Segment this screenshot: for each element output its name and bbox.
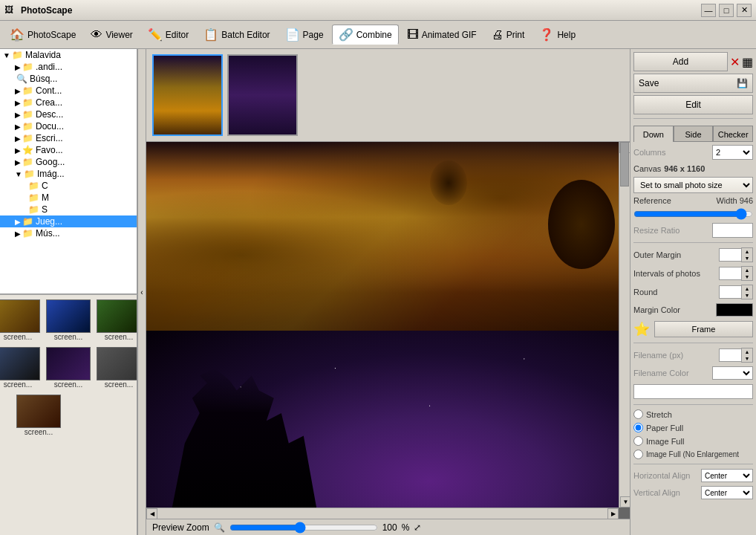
tree-item-m[interactable]: 📁 M — [0, 192, 137, 204]
tab-print[interactable]: 🖨 Print — [485, 25, 532, 45]
round-down[interactable]: ▼ — [742, 292, 752, 299]
thumbnail-4[interactable]: screen... — [0, 346, 42, 390]
tree-item-jueg[interactable]: ▶ 📁 Jueg... — [0, 215, 137, 227]
tab-checker[interactable]: Checker — [713, 126, 753, 142]
tab-viewer[interactable]: 👁 Viewer — [84, 25, 139, 45]
close-button[interactable]: ✕ — [737, 4, 752, 17]
horizontal-align-select[interactable]: Center Left Right — [701, 469, 753, 482]
collapse-handle[interactable]: ‹ — [137, 49, 146, 535]
tree-item-busq[interactable]: 🔍 Búsq... — [0, 73, 137, 85]
margin-color-swatch[interactable] — [716, 303, 753, 317]
tab-animated-gif[interactable]: 🎞 Animated GIF — [400, 25, 483, 45]
tab-animated-gif-label: Animated GIF — [422, 30, 477, 40]
intervals-down[interactable]: ▼ — [742, 273, 752, 280]
tab-combine[interactable]: 🔗 Combine — [332, 25, 399, 45]
viewer-icon: 👁 — [91, 28, 102, 42]
intervals-input[interactable]: 0 — [719, 267, 741, 280]
tree-item-desc[interactable]: ▶ 📁 Desc... — [0, 108, 137, 120]
tab-help[interactable]: ❓ Help — [532, 25, 582, 45]
outer-margin-down[interactable]: ▼ — [742, 255, 752, 262]
top-thumb-2[interactable] — [227, 54, 298, 136]
thumbnail-6[interactable]: screen... — [95, 346, 137, 390]
reference-value: Width 946 — [716, 196, 753, 205]
tree-item-malavida[interactable]: ▼ 📁 Malavida — [0, 49, 137, 61]
tab-side[interactable]: Side — [674, 126, 714, 142]
thumbnail-1[interactable]: screen... — [0, 298, 42, 343]
thumb-row-3: screen... — [0, 390, 137, 438]
tree-item-docu[interactable]: ▶ 📁 Docu... — [0, 120, 137, 132]
thumbnail-3[interactable]: screen... — [95, 298, 137, 343]
resize-ratio-input[interactable]: 100% — [712, 223, 753, 238]
tree-item-mus[interactable]: ▶ 📁 Mús... — [0, 227, 137, 239]
separator-1 — [633, 118, 753, 119]
tree-item-cont[interactable]: ▶ 📁 Cont... — [0, 85, 137, 97]
tab-photoscape[interactable]: 🏠 PhotoScape — [3, 25, 82, 45]
separator-2 — [633, 242, 753, 243]
round-up[interactable]: ▲ — [742, 285, 752, 292]
x-icon[interactable]: ✕ — [730, 55, 740, 69]
tab-editor[interactable]: ✏️ Editor — [141, 25, 195, 45]
tree-item-s[interactable]: 📁 S — [0, 204, 137, 215]
filename-color-select[interactable] — [712, 366, 753, 380]
app-title: PhotoScape — [21, 5, 701, 16]
columns-select[interactable]: 2 1 3 4 — [712, 145, 753, 160]
filename-up[interactable]: ▲ — [742, 348, 752, 355]
thumbnail-7[interactable]: screen... — [3, 393, 74, 438]
outer-margin-input[interactable]: 0 — [719, 248, 741, 262]
edit-button[interactable]: Edit — [633, 95, 753, 114]
add-button[interactable]: Add — [633, 52, 728, 71]
tree-item-goog[interactable]: ▶ 📁 Goog... — [0, 156, 137, 168]
top-thumb-1[interactable] — [152, 54, 223, 136]
frame-button[interactable]: Frame — [654, 321, 753, 337]
tree-item-crea[interactable]: ▶ 📁 Crea... — [0, 97, 137, 108]
grid-icon[interactable]: ▦ — [742, 55, 753, 69]
zoom-expand-icon[interactable]: ⤢ — [414, 522, 421, 533]
tree-item-c[interactable]: 📁 C — [0, 180, 137, 192]
tab-down[interactable]: Down — [633, 126, 674, 142]
horizontal-align-row: Horizontal Align Center Left Right — [633, 469, 753, 482]
tree-item-escri[interactable]: ▶ 📁 Escri... — [0, 132, 137, 144]
tree-item-favo[interactable]: ▶ ⭐ Favo... — [0, 144, 137, 156]
intervals-up[interactable]: ▲ — [742, 267, 752, 273]
vertical-scrollbar[interactable]: ▲ ▼ — [619, 142, 630, 508]
outer-margin-label: Outer Margin — [633, 250, 681, 259]
round-input[interactable]: 0 — [719, 285, 741, 299]
tab-page-label: Page — [303, 30, 324, 40]
tab-batch-editor[interactable]: 📋 Batch Editor — [197, 25, 276, 45]
tab-photoscape-label: PhotoScape — [27, 30, 76, 40]
zoom-slider[interactable] — [229, 522, 378, 534]
scroll-thumb-vertical[interactable] — [620, 142, 629, 187]
maximize-button[interactable]: □ — [719, 4, 734, 17]
stretch-radio[interactable] — [633, 409, 643, 419]
minimize-button[interactable]: — — [701, 4, 716, 17]
thumbnail-5[interactable]: screen... — [45, 346, 92, 390]
scroll-left-arrow[interactable]: ◀ — [146, 508, 157, 519]
scroll-right-arrow[interactable]: ▶ — [607, 508, 619, 519]
tree-item-imag[interactable]: ▼ 📁 Imág... — [0, 168, 137, 180]
filename-input[interactable]: 0 — [719, 348, 741, 362]
tab-page[interactable]: 📄 Page — [278, 25, 330, 45]
tab-viewer-label: Viewer — [105, 30, 132, 40]
thumbnail-2[interactable]: screen... — [45, 298, 92, 343]
image-full-no-label: Image Full (No Enlargement — [646, 450, 739, 458]
filename-spinner: 0 ▲ ▼ — [719, 348, 753, 363]
filename-text-input[interactable] — [633, 384, 753, 399]
paper-full-radio[interactable] — [633, 423, 643, 432]
star-icon[interactable]: ⭐ — [633, 321, 650, 337]
tree-toggle: ▶ — [15, 123, 21, 131]
scroll-down-arrow[interactable]: ▼ — [620, 496, 630, 508]
filename-down[interactable]: ▼ — [742, 355, 752, 362]
tree-item-andi[interactable]: ▶ 📁 .andi... — [0, 61, 137, 73]
vertical-align-select[interactable]: Center Top Bottom — [701, 486, 753, 499]
save-button[interactable]: Save💾 — [633, 74, 753, 93]
filename-color-row: Filename Color — [633, 366, 753, 380]
small-photo-size-dropdown[interactable]: Set to small photo size — [633, 177, 753, 193]
main-layout: ▼ 📁 Malavida ▶ 📁 .andi... 🔍 Búsq... ▶ 📁 … — [0, 49, 756, 535]
image-full-radio[interactable] — [633, 436, 643, 446]
image-full-no-radio[interactable] — [633, 450, 643, 459]
horizontal-scrollbar[interactable]: ◀ ▶ — [146, 508, 619, 519]
reference-slider[interactable] — [633, 209, 753, 219]
round-label: Round — [633, 288, 657, 296]
outer-margin-up[interactable]: ▲ — [742, 248, 752, 255]
canvas-value: 946 x 1160 — [664, 164, 705, 173]
